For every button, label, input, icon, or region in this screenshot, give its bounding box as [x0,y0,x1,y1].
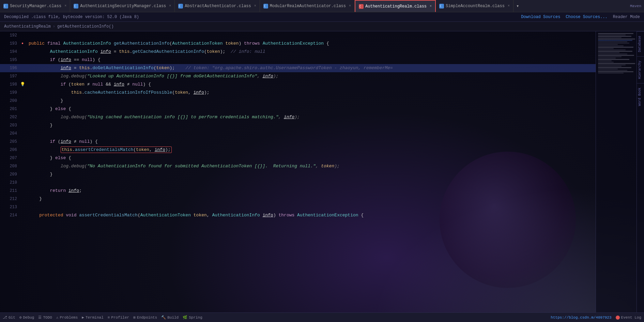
code-container[interactable]: 192 193 ● public final AuthenticationInf… [0,31,596,312]
debug-button[interactable]: ⚙ Debug [19,315,34,320]
tab-simple-account-realm[interactable]: C SimpleAccountRealm.class × [436,0,513,12]
code-line-208: 208 log.debug("No AuthenticationInfo fou… [0,162,596,170]
tab-authenticating-realm[interactable]: C AuthenticatingRealm.class × [355,0,436,12]
line-content-206: this.assertCredentialsMatch(token, info)… [27,146,596,154]
line-num-213: 213 [7,203,20,211]
terminal-label: Terminal [86,316,104,320]
assert-credentials-highlight: this.assertCredentialsMatch(token, info)… [61,147,172,153]
tab-close-icon[interactable]: × [169,4,171,8]
profiler-icon: ≡ [108,316,110,320]
line-num-198: 198 [7,80,20,89]
line-content-196: info = this.doGetAuthenticationInfo(toke… [27,64,596,72]
profiler-label: Profiler [111,316,129,320]
tab-authenticating-security-manager[interactable]: C AuthenticatingSecurityManager.class × [70,0,175,12]
line-num-192: 192 [7,31,20,40]
debug-label: Debug [23,316,34,320]
code-line-210: 210 [0,179,596,187]
tab-label: SimpleAccountRealm.class [446,4,505,9]
tab-label: AbstractAuthenticator.class [185,4,251,9]
hierarchy-tab[interactable]: Hierarchy [637,56,644,83]
line-num-195: 195 [7,56,20,64]
line-num-206: 206 [7,146,20,154]
word-book-tab[interactable]: Word Book [637,83,644,110]
line-content-212: } [27,195,596,203]
svg-text:C: C [264,5,266,8]
svg-text:C: C [4,5,6,8]
class-icon: C [74,4,78,9]
code-line-214: 214 protected void assertCredentialsMatc… [0,211,596,219]
spring-label: Spring [189,316,202,320]
code-line-198: 198 💡 if (token ≠ null && info ≠ null) { [0,80,596,89]
terminal-button[interactable]: ▶ Terminal [82,315,103,320]
spring-button[interactable]: 🌿 Spring [183,315,202,320]
code-line-197: 197 log.debug("Looked up AuthenticationI… [0,72,596,80]
line-num-203: 203 [7,121,20,129]
spring-icon: 🌿 [183,315,187,320]
event-log-button[interactable]: Event Log [616,316,641,320]
todo-label: TODO [43,316,52,320]
maven-tab[interactable]: Maven [627,0,644,12]
profiler-button[interactable]: ≡ Profiler [108,316,129,320]
tab-modular-realm-authenticator[interactable]: C ModularRealmAuthenticator.class × [260,0,355,12]
line-num-207: 207 [7,154,20,162]
bottom-bar: ⎇ Git ⚙ Debug ☰ TODO ⚠ Problems ▶ Termin… [0,312,644,322]
line-content-205: if (info ≠ null) { [27,138,596,146]
line-content-195: if (info == null) { [27,56,596,64]
build-label: Build [167,316,179,320]
download-sources-button[interactable]: Download Sources [521,15,560,19]
tab-close-icon[interactable]: × [64,4,66,8]
tab-bar: C SecurityManager.class × C Authenticati… [0,0,644,12]
line-content-214: protected void assertCredentialsMatch(Au… [27,211,596,219]
tab-security-manager[interactable]: C SecurityManager.class × [0,0,70,12]
line-num-212: 212 [7,195,20,203]
decompiled-text: Decompiled .class file, bytecode version… [4,15,139,19]
tab-close-icon[interactable]: × [254,4,256,8]
info-bar: Decompiled .class file, bytecode version… [0,12,644,22]
code-line-213: 213 [0,203,596,211]
line-content-209: } [27,170,596,179]
code-line-195: 195 if (info == null) { [0,56,596,64]
breadcrumb-class[interactable]: AuthenticatingRealm [4,24,51,29]
class-icon: C [359,4,364,9]
code-line-209: 209 } [0,170,596,179]
code-line-212: 212 } [0,195,596,203]
svg-text:C: C [179,5,181,8]
problems-button[interactable]: ⚠ Problems [56,315,78,320]
line-content-197: log.debug("Looked up AuthenticationInfo … [27,72,596,80]
marker-193: ● [20,40,25,48]
code-line-199: 199 this.cacheAuthenticationInfoIfPossib… [0,89,596,97]
breadcrumb-method[interactable]: getAuthenticationInfo() [57,24,114,29]
tab-overflow-button[interactable]: ▾ [513,0,522,12]
status-icon [616,316,620,320]
tab-abstract-authenticator[interactable]: C AbstractAuthenticator.class × [175,0,260,12]
build-button[interactable]: 🔨 Build [161,315,179,320]
code-line-206: 206 this.assertCredentialsMatch(token, i… [0,146,596,154]
line-content-208: log.debug("No AuthenticationInfo found f… [27,162,596,170]
marker-198: 💡 [20,80,25,89]
code-line-202: 202 log.debug("Using cached authenticati… [0,113,596,121]
line-content-201: } else { [27,105,596,113]
line-content-199: this.cacheAuthenticationInfoIfPossible(t… [27,89,596,97]
reader-mode-button[interactable]: Reader Mode [613,15,640,19]
git-button[interactable]: ⎇ Git [3,315,15,320]
terminal-icon: ▶ [82,315,84,320]
tab-close-icon[interactable]: × [508,4,510,8]
tab-close-active-icon[interactable]: × [430,4,432,8]
code-line-205: 205 if (info ≠ null) { [0,138,596,146]
code-line-194: 194 AuthenticationInfo info = this.getCa… [0,48,596,56]
main-area: 192 193 ● public final AuthenticationInf… [0,31,644,312]
code-line-192: 192 [0,31,596,40]
line-num-194: 194 [7,48,20,56]
database-tab[interactable]: Database [637,31,644,56]
line-num-204: 204 [7,129,20,138]
endpoints-button[interactable]: ⊞ Endpoints [133,315,157,320]
line-content-211: return info; [27,187,596,195]
git-icon: ⎇ [3,315,7,320]
choose-sources-button[interactable]: Choose Sources... [566,15,607,19]
tab-label: AuthenticatingSecurityManager.class [80,4,166,9]
line-content-203: } [27,121,596,129]
todo-button[interactable]: ☰ TODO [38,315,52,320]
line-num-214: 214 [7,211,20,219]
tab-close-icon[interactable]: × [349,4,351,8]
line-num-201: 201 [7,105,20,113]
